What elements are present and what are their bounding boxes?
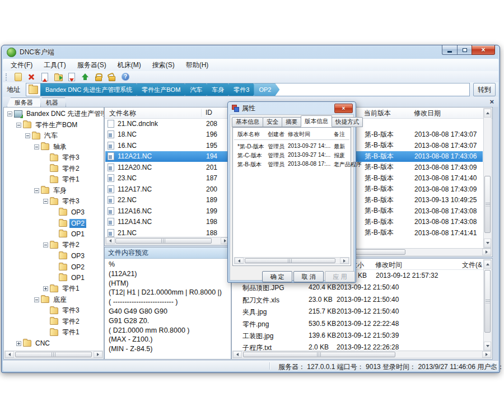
tab-shortcut[interactable]: 快捷方式 <box>332 117 363 127</box>
dialog-title-bar[interactable]: 属性 × <box>228 102 356 114</box>
attachment-row[interactable]: 工装图.jpg139.6 KB2013-09-12 21:50:39 <box>232 330 483 342</box>
resize-grip-icon[interactable] <box>491 363 497 370</box>
tab-server[interactable]: 服务器 <box>7 97 41 107</box>
close-pane-icon[interactable]: × <box>489 97 494 106</box>
attachment-row[interactable]: 制品顶图.JPG420.4 KB2013-09-12 21:50:40 <box>232 282 483 293</box>
scroll-down-icon[interactable] <box>484 239 491 248</box>
tree-node[interactable]: OP1 <box>4 229 104 240</box>
column-version-name[interactable]: 版本名称 <box>237 130 260 138</box>
file-row[interactable]: 112A16.NC199 <box>105 206 230 217</box>
cancel-button[interactable]: 取 消 <box>293 271 324 282</box>
breadcrumb-part3[interactable]: 零件3 <box>228 83 258 96</box>
scroll-right-icon[interactable] <box>482 351 491 358</box>
tree-node[interactable]: 零件2 <box>4 240 104 251</box>
scroll-right-icon[interactable] <box>94 351 102 358</box>
file-row[interactable]: 23.NC187 <box>105 173 230 184</box>
tab-summary[interactable]: 摘要 <box>282 117 301 127</box>
attachment-row[interactable]: 零件.png530.5 KB2013-09-12 22:22:48 <box>232 318 483 330</box>
title-bar[interactable]: DNC客户端 × <box>2 45 500 59</box>
file-row[interactable]: 112A14.NC198 <box>105 217 230 228</box>
file-row[interactable]: 18.NC196 <box>105 129 230 141</box>
address-field[interactable]: Bandex DNC 先进生产管理系统 零件生产BOM 汽车 车身 零件3 OP… <box>26 83 470 96</box>
menu-tools[interactable]: 工具(T) <box>38 59 71 72</box>
tree-node[interactable]: OP2 <box>4 262 104 273</box>
tree-node[interactable]: 车身 <box>4 185 104 197</box>
minimize-button[interactable] <box>442 45 457 55</box>
tree-node[interactable]: CNC <box>4 338 104 349</box>
delete-button[interactable] <box>26 72 36 82</box>
tree-node-selected[interactable]: OP2 <box>4 218 104 229</box>
column-file[interactable]: 文件(& <box>462 260 482 270</box>
expand-icon[interactable] <box>43 286 48 291</box>
column-creator[interactable]: 创建者 <box>268 130 284 138</box>
tree-node[interactable]: 零件生产BOM <box>4 120 104 131</box>
scroll-left-icon[interactable] <box>106 237 115 244</box>
scroll-up-icon[interactable] <box>484 260 491 269</box>
tab-version-info[interactable]: 版本信息 <box>301 115 332 127</box>
attachment-row[interactable]: 夹具.jpg215.7 KB2013-09-12 21:50:40 <box>232 306 483 318</box>
file-row[interactable]: 16.NC195 <box>105 140 230 151</box>
scroll-right-icon[interactable] <box>340 258 349 264</box>
close-button[interactable]: × <box>472 45 495 55</box>
tree-node[interactable]: OP3 <box>4 251 104 262</box>
file-list-hscrollbar[interactable] <box>105 237 230 245</box>
collapse-icon[interactable] <box>7 111 12 116</box>
collapse-icon[interactable] <box>16 123 21 128</box>
tree-node[interactable]: 轴承 <box>4 142 104 153</box>
scroll-up-icon[interactable] <box>484 109 491 118</box>
tree-node[interactable]: 零件2 <box>4 164 104 175</box>
menu-file[interactable]: 文件(F) <box>5 59 38 72</box>
breadcrumb-op2[interactable]: OP2 <box>254 83 279 96</box>
file-row-selected[interactable]: 112A21.NC194 <box>105 151 230 162</box>
attachment-row[interactable]: 配刀文件.xls23.0 KB2013-09-12 21:50:40 <box>232 294 483 306</box>
unlock-button[interactable] <box>107 72 117 82</box>
file-row[interactable]: 112A17.NC200 <box>105 184 230 195</box>
upload-button[interactable] <box>80 72 90 82</box>
column-modified-date[interactable]: 修改日期 <box>414 109 441 118</box>
expand-icon[interactable] <box>16 341 21 346</box>
dialog-close-button[interactable]: × <box>334 104 353 113</box>
collapse-icon[interactable] <box>34 297 39 302</box>
collapse-icon[interactable] <box>25 133 30 138</box>
collapse-icon[interactable] <box>43 199 48 204</box>
column-current-version[interactable]: 当前版本 <box>364 109 391 118</box>
file-row[interactable]: 21.NC.dnclnk208 <box>105 118 230 129</box>
scroll-left-icon[interactable] <box>5 351 14 358</box>
dialog-hscrollbar[interactable] <box>234 257 349 264</box>
scroll-right-icon[interactable] <box>482 249 491 255</box>
menu-help[interactable]: 帮助(H) <box>180 59 214 72</box>
column-name[interactable]: 文件名称 <box>109 109 136 118</box>
tree-node[interactable]: 零件3 <box>4 196 104 207</box>
version-list-vscrollbar[interactable] <box>483 108 492 248</box>
file-row[interactable]: 22.NC189 <box>105 195 230 206</box>
tree-node[interactable]: 零件2 <box>4 316 104 328</box>
scroll-down-icon[interactable] <box>484 342 491 351</box>
go-button[interactable]: 转到 <box>473 83 496 96</box>
check-in-button[interactable] <box>40 72 50 82</box>
scroll-left-icon[interactable] <box>235 258 244 264</box>
column-time[interactable]: 修改时间 <box>375 260 402 270</box>
new-file-button[interactable] <box>13 72 23 82</box>
menu-server[interactable]: 服务器(S) <box>72 59 112 72</box>
tree-node[interactable]: 零件3 <box>4 152 104 164</box>
tree-node[interactable]: OP1 <box>4 273 104 284</box>
breadcrumb-bom[interactable]: 零件生产BOM <box>137 83 189 96</box>
column-modified-time[interactable]: 修改时间 <box>288 130 310 138</box>
scroll-left-icon[interactable] <box>233 351 242 358</box>
collapse-icon[interactable] <box>43 242 48 248</box>
tab-basic-info[interactable]: 基本信息 <box>232 117 263 127</box>
tree-node-root[interactable]: Bandex DNC 先进生产管理系统 <box>4 109 104 120</box>
breadcrumb-root[interactable]: Bandex DNC 先进生产管理系统 <box>40 83 141 96</box>
help-button[interactable] <box>120 72 130 82</box>
check-out-button[interactable] <box>67 72 77 82</box>
lock-button[interactable] <box>94 72 104 82</box>
collapse-icon[interactable] <box>34 188 39 193</box>
tree-node[interactable]: 底座 <box>4 295 104 306</box>
column-note[interactable]: 备注 <box>334 130 345 138</box>
tree-node[interactable]: 零件3 <box>4 305 104 316</box>
maximize-button[interactable] <box>457 45 472 55</box>
tab-security[interactable]: 安全 <box>263 117 282 127</box>
menu-machine[interactable]: 机床(M) <box>112 59 147 72</box>
tree-hscrollbar[interactable] <box>4 351 103 358</box>
file-row[interactable]: 112A20.NC201 <box>105 162 230 173</box>
